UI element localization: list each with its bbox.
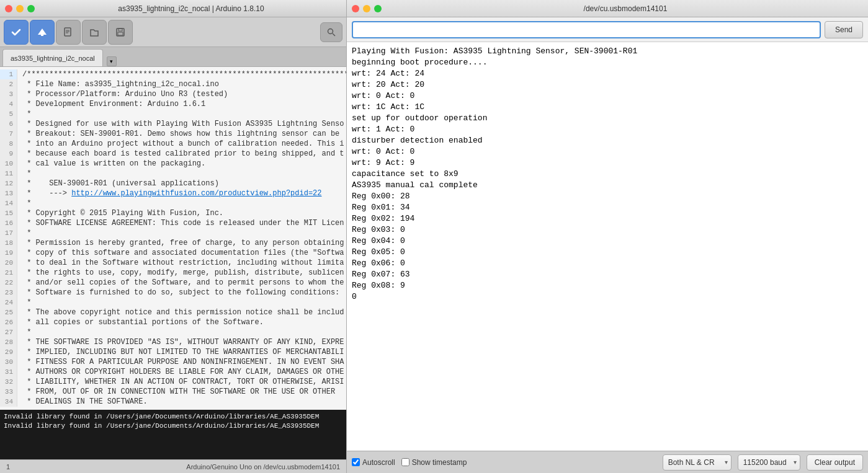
- table-row: 26 * all copies or substantial portions …: [0, 317, 346, 327]
- baud-rate-dropdown[interactable]: 300 baud 1200 baud 2400 baud 4800 baud 9…: [738, 454, 800, 471]
- search-button[interactable]: [320, 22, 342, 42]
- line-content: * Processor/Platform: Arduino Uno R3 (te…: [17, 89, 228, 99]
- serial-minimize-button[interactable]: [363, 5, 370, 12]
- list-item: Reg 0x04: 0: [352, 236, 863, 247]
- list-item: 0: [352, 291, 863, 303]
- table-row: 1/**************************************…: [0, 69, 346, 79]
- line-number: 32: [0, 377, 17, 387]
- line-number: 1: [0, 69, 17, 79]
- line-content: /***************************************…: [17, 69, 346, 79]
- show-timestamp-checkbox[interactable]: [401, 458, 409, 466]
- left-title-bar: as3935_lightning_i2c_nocal | Arduino 1.8…: [0, 0, 346, 17]
- status-bar-line-number: 1: [6, 463, 10, 471]
- line-number: 8: [0, 139, 17, 149]
- line-content: * Designed for use with with Playing Wit…: [17, 119, 344, 129]
- show-timestamp-label[interactable]: Show timestamp: [401, 458, 467, 467]
- table-row: 23 * Software is furnished to do so, sub…: [0, 288, 346, 298]
- line-content: * into an Arduino project without a bunc…: [17, 139, 344, 149]
- line-content: * Breakout: SEN-39001-R01. Demo shows ho…: [17, 129, 339, 139]
- line-content: *: [17, 298, 31, 307]
- list-item: wrt: 1C Act: 1C: [352, 102, 863, 113]
- list-item: set up for outdoor operation: [352, 113, 863, 124]
- line-number: 23: [0, 288, 17, 298]
- line-number: 20: [0, 258, 17, 268]
- table-row: 11 *: [0, 169, 346, 179]
- line-number: 7: [0, 129, 17, 139]
- line-content: *: [17, 198, 31, 208]
- list-item: Reg 0x06: 0: [352, 258, 863, 269]
- line-content: * File Name: as3935_lightning_i2c_nocal.…: [17, 79, 219, 89]
- line-number: 31: [0, 367, 17, 377]
- send-button[interactable]: Send: [825, 21, 863, 38]
- line-ending-dropdown-wrapper: Both NL & CR No line ending Newline Carr…: [663, 454, 732, 471]
- table-row: 24 *: [0, 298, 346, 307]
- table-row: 3 * Processor/Platform: Arduino Uno R3 (…: [0, 89, 346, 99]
- close-button[interactable]: [5, 5, 12, 12]
- save-button[interactable]: [108, 20, 133, 45]
- svg-line-10: [333, 33, 335, 36]
- line-content: * FROM, OUT OF OR IN CONNECTION WITH THE…: [17, 387, 335, 397]
- console-line: Invalid library found in /Users/jane/Doc…: [4, 412, 342, 422]
- upload-button[interactable]: [30, 20, 55, 45]
- line-ending-dropdown[interactable]: Both NL & CR No line ending Newline Carr…: [663, 454, 732, 471]
- line-number: 17: [0, 228, 17, 238]
- line-number: 15: [0, 208, 17, 218]
- list-item: Reg 0x07: 63: [352, 269, 863, 280]
- new-button[interactable]: [56, 20, 81, 45]
- serial-input[interactable]: [352, 21, 821, 38]
- line-content: * ---> http://www.playingwithfusion.com/…: [17, 188, 321, 198]
- line-number: 9: [0, 149, 17, 159]
- list-item: wrt: 9 Act: 9: [352, 157, 863, 169]
- code-lines-container[interactable]: 1/**************************************…: [0, 67, 346, 410]
- table-row: 7 * Breakout: SEN-39001-R01. Demo shows …: [0, 129, 346, 139]
- serial-close-button[interactable]: [352, 5, 359, 12]
- line-number: 19: [0, 248, 17, 258]
- tab-bar: as3935_lightning_i2c_nocal ▾: [0, 47, 346, 67]
- line-content: * IMPLIED, INCLUDING BUT NOT LIMITED TO …: [17, 347, 344, 357]
- tab-dropdown-arrow[interactable]: ▾: [107, 56, 117, 66]
- table-row: 5 *: [0, 109, 346, 119]
- arduino-toolbar: [0, 17, 346, 47]
- table-row: 15 * Copyright © 2015 Playing With Fusio…: [0, 208, 346, 218]
- verify-button[interactable]: [4, 20, 29, 45]
- console-output: Invalid library found in /Users/jane/Doc…: [0, 410, 346, 459]
- serial-maximize-button[interactable]: [374, 5, 382, 12]
- code-editor[interactable]: 1/**************************************…: [0, 67, 346, 410]
- table-row: 22 * and/or sell copies of the Software,…: [0, 278, 346, 288]
- autoscroll-label[interactable]: Autoscroll: [352, 458, 395, 467]
- line-number: 21: [0, 268, 17, 278]
- tab-label: as3935_lightning_i2c_nocal: [11, 55, 95, 62]
- line-content: * DEALINGS IN THE SOFTWARE.: [17, 397, 148, 407]
- minimize-button[interactable]: [16, 5, 24, 12]
- table-row: 31 * AUTHORS OR COPYRIGHT HOLDERS BE LIA…: [0, 367, 346, 377]
- table-row: 19 * copy of this software and associate…: [0, 248, 346, 258]
- line-number: 16: [0, 218, 17, 228]
- table-row: 12 * SEN-39001-R01 (universal applicatio…: [0, 179, 346, 188]
- table-row: 32 * LIABILITY, WHETHER IN AN ACTION OF …: [0, 377, 346, 387]
- list-item: Reg 0x05: 0: [352, 247, 863, 258]
- list-item: capacitance set to 8x9: [352, 169, 863, 180]
- open-button[interactable]: [82, 20, 107, 45]
- maximize-button[interactable]: [27, 5, 35, 12]
- table-row: 2 * File Name: as3935_lightning_i2c_noca…: [0, 79, 346, 89]
- line-number: 27: [0, 327, 17, 337]
- line-number: 18: [0, 238, 17, 248]
- clear-output-button[interactable]: Clear output: [807, 454, 863, 471]
- status-bar-text: Arduino/Genuino Uno on /dev/cu.usbmodem1…: [186, 463, 340, 471]
- list-item: wrt: 1 Act: 0: [352, 124, 863, 135]
- table-row: 29 * IMPLIED, INCLUDING BUT NOT LIMITED …: [0, 347, 346, 357]
- line-number: 29: [0, 347, 17, 357]
- line-content: *: [17, 169, 31, 179]
- autoscroll-checkbox[interactable]: [352, 458, 360, 466]
- line-number: 22: [0, 278, 17, 288]
- line-content: * cal value is written on the packaging.: [17, 159, 205, 169]
- line-content: * the rights to use, copy, modify, merge…: [17, 268, 344, 278]
- line-content: * LIABILITY, WHETHER IN AN ACTION OF CON…: [17, 377, 344, 387]
- table-row: 21 * the rights to use, copy, modify, me…: [0, 268, 346, 278]
- svg-marker-0: [38, 29, 47, 35]
- table-row: 20 * to deal in the Software without res…: [0, 258, 346, 268]
- table-row: 8 * into an Arduino project without a bu…: [0, 139, 346, 149]
- code-tab[interactable]: as3935_lightning_i2c_nocal: [2, 49, 103, 66]
- table-row: 18 * Permission is hereby granted, free …: [0, 238, 346, 248]
- show-timestamp-text: Show timestamp: [412, 458, 467, 467]
